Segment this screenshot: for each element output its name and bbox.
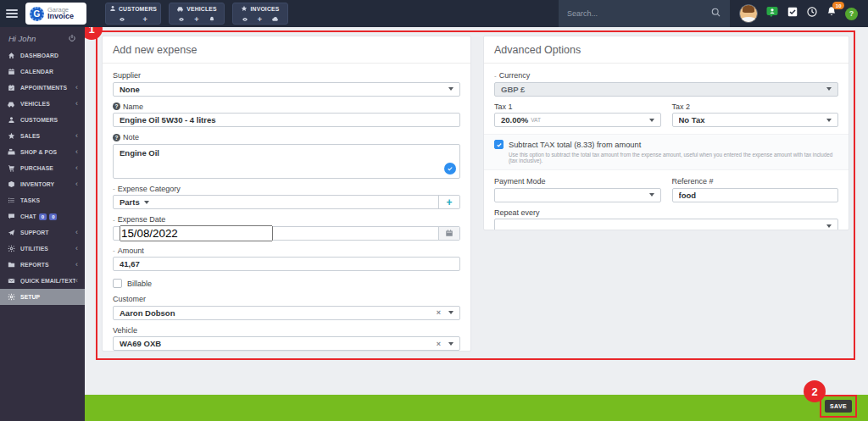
quick-nav-groups: CUSTOMERS + VEHICLES + — [105, 3, 288, 25]
nav-group-label: INVOICES — [250, 6, 279, 12]
caret-down-icon — [448, 342, 453, 346]
chevron-icon: ‹ — [75, 245, 78, 252]
sidebar-item-quick-email-text[interactable]: QUICK EMAIL/TEXT ‹ — [0, 273, 85, 289]
star-icon — [7, 132, 15, 140]
chat-badge-2: 0 — [49, 213, 57, 220]
reference-input[interactable] — [679, 191, 832, 200]
sidebar-item-inventory[interactable]: INVENTORY ‹ — [0, 176, 85, 192]
view-invoices-icon[interactable] — [242, 16, 248, 23]
add-vehicle-icon[interactable]: + — [194, 16, 198, 23]
help-icon[interactable]: ? — [845, 8, 858, 20]
global-search — [559, 0, 730, 27]
sidebar-item-reports[interactable]: REPORTS ‹ — [0, 257, 85, 273]
date-input[interactable] — [120, 225, 273, 241]
box-icon — [7, 180, 15, 188]
view-customers-icon[interactable] — [119, 16, 125, 23]
cart-icon — [7, 164, 15, 172]
sidebar-item-dashboard[interactable]: DASHBOARD — [0, 47, 85, 64]
paper-plane-icon — [7, 229, 15, 236]
repeat-select[interactable] — [494, 219, 838, 230]
tax2-label: Tax 2 — [672, 102, 691, 111]
payment-mode-label: Payment Mode — [494, 177, 546, 186]
clock-icon[interactable] — [806, 6, 818, 21]
tax1-select[interactable]: 20.00% VAT — [494, 113, 661, 127]
note-textarea[interactable]: Engine Oil — [113, 144, 460, 179]
date-label: Expense Date — [118, 215, 166, 224]
car-icon — [176, 5, 184, 13]
chevron-icon: ‹ — [75, 132, 78, 140]
app-logo[interactable]: G Garage Invoice — [25, 3, 86, 25]
spellcheck-ok-icon[interactable] — [444, 163, 456, 174]
save-action-bar — [85, 395, 868, 421]
add-invoice-icon[interactable]: + — [258, 16, 262, 23]
customer-select[interactable]: Aaron Dobson × — [113, 306, 460, 320]
sidebar-item-support[interactable]: SUPPORT ‹ — [0, 224, 85, 241]
logo-g-icon: G — [30, 7, 44, 21]
payment-mode-select[interactable] — [494, 188, 661, 202]
add-customer-icon[interactable]: + — [143, 16, 147, 23]
sidebar-greeting: Hi John — [0, 27, 85, 47]
calendar-check-icon — [7, 84, 15, 91]
sidebar-item-tasks[interactable]: TASKS — [0, 192, 85, 208]
sidebar-item-purchase[interactable]: PURCHASE ‹ — [0, 160, 85, 176]
sidebar-item-shop-pos[interactable]: SHOP & POS ‹ — [0, 144, 85, 160]
help-question-icon: ? — [113, 102, 120, 110]
name-input[interactable] — [120, 115, 453, 125]
help-question-icon: ? — [113, 134, 120, 141]
save-button[interactable]: SAVE — [825, 400, 852, 413]
sidebar-item-customers[interactable]: CUSTOMERS — [0, 112, 85, 128]
card-title: Add new expense — [103, 36, 470, 64]
clear-selection-icon[interactable]: × — [437, 340, 441, 348]
sidebar-item-sales[interactable]: SALES ‹ — [0, 128, 85, 144]
notifications-bell-icon[interactable]: 10 — [826, 6, 837, 21]
nav-group-invoices[interactable]: INVOICES + — [232, 3, 288, 25]
hamburger-menu-icon[interactable] — [6, 9, 18, 18]
envelope-icon — [7, 277, 15, 285]
caret-down-icon — [448, 87, 453, 91]
topbar-icons: 10 ? — [730, 4, 868, 23]
reference-label: Reference # — [672, 177, 714, 186]
customer-label: Customer — [113, 295, 146, 303]
advanced-options-card: Advanced Options -Currency GBP £ Tax 1 2… — [483, 36, 849, 230]
sidebar-item-appointments[interactable]: APPOINTMENTS ‹ — [0, 80, 85, 96]
add-category-button[interactable]: + — [438, 196, 459, 208]
chat-messages-icon[interactable] — [765, 5, 779, 22]
category-select[interactable]: Parts — [114, 196, 438, 208]
calendar-picker-button[interactable] — [438, 227, 459, 240]
vehicle-label: Vehicle — [113, 326, 137, 335]
tax2-select[interactable]: No Tax — [672, 113, 839, 127]
sidebar-item-chat[interactable]: CHAT 0 0 — [0, 208, 85, 224]
vehicle-select[interactable]: WA69 OXB × — [113, 336, 460, 351]
sidebar-item-utilities[interactable]: UTILITIES ‹ — [0, 241, 85, 257]
nav-group-customers[interactable]: CUSTOMERS + — [105, 3, 161, 25]
person-icon — [109, 5, 116, 12]
billable-checkbox[interactable] — [113, 279, 122, 288]
tasks-check-icon[interactable] — [787, 6, 798, 21]
nav-group-vehicles[interactable]: VEHICLES + — [169, 3, 225, 25]
category-label: Expense Category — [118, 185, 181, 193]
sidebar-item-calendar[interactable]: CALENDAR — [0, 64, 85, 80]
chevron-icon: ‹ — [75, 180, 78, 188]
annotation-step-2: 2 — [804, 380, 826, 402]
sidebar-item-vehicles[interactable]: VEHICLES ‹ — [0, 96, 85, 112]
currency-select[interactable]: GBP £ — [494, 82, 838, 97]
logo-line2: Invoice — [47, 13, 74, 20]
logout-power-icon[interactable] — [68, 30, 76, 46]
subtract-tax-checkbox[interactable] — [494, 140, 504, 149]
amount-input[interactable] — [120, 259, 453, 269]
invoice-cloud-icon[interactable] — [271, 15, 279, 23]
gear-icon — [7, 293, 15, 301]
sidebar-item-setup[interactable]: SETUP — [0, 289, 85, 305]
supplier-select[interactable]: None — [113, 82, 460, 97]
vehicle-reminders-bell-icon[interactable] — [209, 16, 215, 23]
cash-register-icon — [7, 148, 15, 156]
clear-selection-icon[interactable]: × — [437, 308, 441, 317]
search-input[interactable] — [567, 9, 710, 18]
view-vehicles-icon[interactable] — [178, 16, 185, 23]
search-icon[interactable] — [710, 6, 721, 21]
nav-group-label: VEHICLES — [186, 6, 217, 12]
topbar: G Garage Invoice CUSTOMERS + VE — [0, 0, 868, 27]
chevron-icon: ‹ — [75, 261, 78, 269]
car-icon — [7, 100, 15, 108]
user-avatar[interactable] — [739, 4, 758, 23]
